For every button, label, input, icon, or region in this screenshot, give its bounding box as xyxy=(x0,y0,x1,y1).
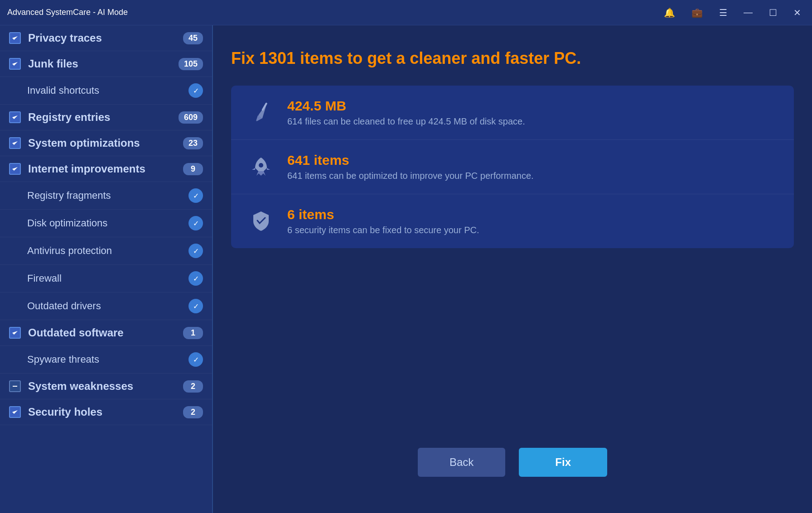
storage-value: 424.5 MB xyxy=(287,98,525,114)
label-internet-improvements: Internet improvements xyxy=(28,163,183,175)
label-invalid-shortcuts: Invalid shortcuts xyxy=(27,85,188,96)
label-outdated-drivers: Outdated drivers xyxy=(27,300,188,312)
stat-text-security: 6 items 6 security items can be fixed to… xyxy=(287,207,479,235)
check-firewall: ✓ xyxy=(188,271,203,286)
bottom-area: Back Fix xyxy=(231,248,794,490)
label-antivirus-protection: Antivirus protection xyxy=(27,245,188,257)
sidebar-item-outdated-software[interactable]: Outdated software 1 xyxy=(0,320,212,346)
check-disk-optimizations: ✓ xyxy=(188,216,203,230)
sidebar-item-registry-entries[interactable]: Registry entries 609 xyxy=(0,105,212,130)
svg-point-2 xyxy=(259,163,263,168)
label-firewall: Firewall xyxy=(27,273,188,284)
rocket-icon xyxy=(247,153,275,180)
label-system-optimizations: System optimizations xyxy=(28,137,183,149)
sidebar-item-security-holes[interactable]: Security holes 2 xyxy=(0,399,212,425)
checkbox-internet-improvements[interactable] xyxy=(9,163,21,175)
shield-icon xyxy=(247,207,275,235)
badge-system-optimizations: 23 xyxy=(183,137,203,149)
badge-outdated-software: 1 xyxy=(183,327,203,339)
app-title: Advanced SystemCare - AI Mode xyxy=(7,8,128,17)
checkbox-system-optimizations[interactable] xyxy=(9,137,21,149)
label-junk-files: Junk files xyxy=(28,58,179,70)
checkbox-outdated-software[interactable] xyxy=(9,327,21,339)
stat-row-performance: 641 items 641 items can be optimized to … xyxy=(231,140,794,194)
minimize-button[interactable]: — xyxy=(740,5,756,19)
content-panel: Fix 1301 items to get a cleaner and fast… xyxy=(213,25,812,513)
main-container: Privacy traces 45 Junk files 105 Invalid… xyxy=(0,25,812,513)
window-controls: 🔔 💼 ☰ — ☐ ✕ xyxy=(660,5,805,20)
stat-row-storage: 424.5 MB 614 files can be cleaned to fre… xyxy=(231,86,794,140)
checkbox-registry-entries[interactable] xyxy=(9,111,21,123)
badge-privacy-traces: 45 xyxy=(183,32,203,44)
sidebar-item-firewall[interactable]: Firewall ✓ xyxy=(0,265,212,292)
notification-icon[interactable]: 🔔 xyxy=(660,5,679,20)
sidebar-item-privacy-traces[interactable]: Privacy traces 45 xyxy=(0,25,212,51)
performance-value: 641 items xyxy=(287,153,534,168)
check-antivirus-protection: ✓ xyxy=(188,244,203,258)
close-button[interactable]: ✕ xyxy=(790,5,805,20)
checkbox-junk-files[interactable] xyxy=(9,58,21,70)
security-value: 6 items xyxy=(287,207,479,222)
check-invalid-shortcuts: ✓ xyxy=(188,83,203,98)
label-spyware-threats: Spyware threats xyxy=(27,354,188,365)
svg-rect-0 xyxy=(13,386,17,387)
label-registry-fragments: Registry fragments xyxy=(27,190,188,201)
stat-row-security: 6 items 6 security items can be fixed to… xyxy=(231,194,794,248)
title-bar: Advanced SystemCare - AI Mode 🔔 💼 ☰ — ☐ … xyxy=(0,0,812,25)
maximize-button[interactable]: ☐ xyxy=(765,5,781,20)
stat-text-storage: 424.5 MB 614 files can be cleaned to fre… xyxy=(287,98,525,127)
label-security-holes: Security holes xyxy=(28,406,183,418)
badge-junk-files: 105 xyxy=(179,58,203,70)
check-spyware-threats: ✓ xyxy=(188,352,203,367)
sidebar-item-spyware-threats[interactable]: Spyware threats ✓ xyxy=(0,346,212,374)
badge-system-weaknesses: 2 xyxy=(183,380,203,393)
back-button[interactable]: Back xyxy=(418,448,505,477)
badge-security-holes: 2 xyxy=(183,406,203,418)
sidebar-item-internet-improvements[interactable]: Internet improvements 9 xyxy=(0,156,212,182)
headline: Fix 1301 items to get a cleaner and fast… xyxy=(231,48,794,69)
label-registry-entries: Registry entries xyxy=(28,111,179,124)
checkbox-privacy-traces[interactable] xyxy=(9,32,21,44)
stats-container: 424.5 MB 614 files can be cleaned to fre… xyxy=(231,86,794,248)
storage-desc: 614 files can be cleaned to free up 424.… xyxy=(287,116,525,127)
menu-icon[interactable]: ☰ xyxy=(715,5,731,20)
sidebar-item-system-weaknesses[interactable]: System weaknesses 2 xyxy=(0,374,212,399)
sidebar-item-system-optimizations[interactable]: System optimizations 23 xyxy=(0,130,212,156)
check-outdated-drivers: ✓ xyxy=(188,299,203,313)
sidebar-item-disk-optimizations[interactable]: Disk optimizations ✓ xyxy=(0,210,212,237)
sidebar-item-junk-files[interactable]: Junk files 105 xyxy=(0,51,212,77)
label-system-weaknesses: System weaknesses xyxy=(28,380,183,393)
performance-desc: 641 items can be optimized to improve yo… xyxy=(287,171,534,181)
check-registry-fragments: ✓ xyxy=(188,188,203,203)
badge-internet-improvements: 9 xyxy=(183,163,203,175)
fix-button[interactable]: Fix xyxy=(519,448,607,477)
sidebar: Privacy traces 45 Junk files 105 Invalid… xyxy=(0,25,213,513)
badge-registry-entries: 609 xyxy=(179,111,203,124)
sidebar-item-invalid-shortcuts[interactable]: Invalid shortcuts ✓ xyxy=(0,77,212,105)
label-outdated-software: Outdated software xyxy=(28,326,183,339)
app-title-area: Advanced SystemCare - AI Mode xyxy=(7,8,128,17)
sidebar-item-outdated-drivers[interactable]: Outdated drivers ✓ xyxy=(0,292,212,320)
security-desc: 6 security items can be fixed to secure … xyxy=(287,225,479,235)
sidebar-item-registry-fragments[interactable]: Registry fragments ✓ xyxy=(0,182,212,210)
briefcase-icon[interactable]: 💼 xyxy=(688,5,706,20)
sidebar-item-antivirus-protection[interactable]: Antivirus protection ✓ xyxy=(0,237,212,265)
broom-icon xyxy=(247,99,275,126)
label-disk-optimizations: Disk optimizations xyxy=(27,217,188,229)
label-privacy-traces: Privacy traces xyxy=(28,32,183,44)
checkbox-security-holes[interactable] xyxy=(9,406,21,418)
stat-text-performance: 641 items 641 items can be optimized to … xyxy=(287,153,534,181)
checkbox-system-weaknesses[interactable] xyxy=(9,380,21,392)
